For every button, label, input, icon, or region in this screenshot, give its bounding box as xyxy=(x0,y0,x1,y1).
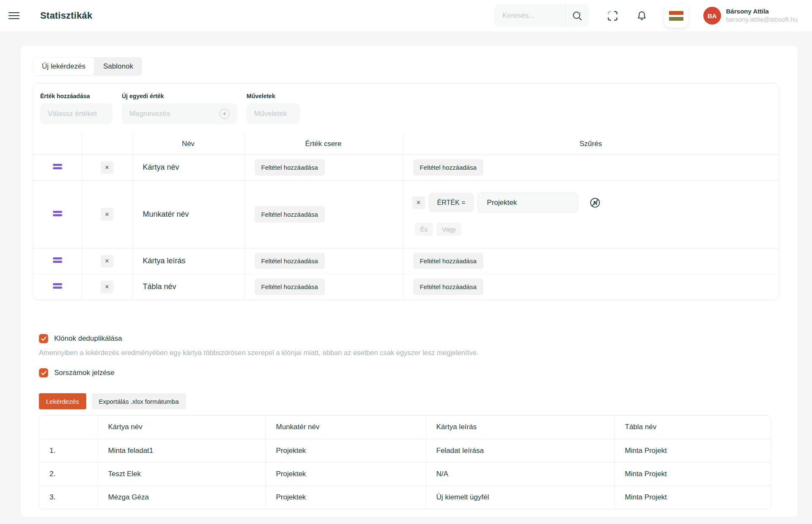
drag-handle-icon[interactable] xyxy=(53,256,62,264)
result-number: 1. xyxy=(39,439,98,462)
query-row-munkater-nev: ✕ Munkatér név Feltétel hozzáadása ✕ ÉRT… xyxy=(33,180,779,248)
results-header-card-name: Kártya név xyxy=(98,416,266,439)
results-header-workspace: Munkatér név xyxy=(266,416,426,439)
results-row: 2. Teszt Elek Projektek N/A Minta Projek… xyxy=(39,462,771,485)
query-row-tabla-nev: ✕ Tábla név Feltétel hozzáadása Feltétel… xyxy=(33,274,779,300)
col-header-name: Név xyxy=(132,133,244,154)
query-tabs: Új lekérdezés Sablonok xyxy=(33,57,142,76)
drag-handle-icon[interactable] xyxy=(53,282,62,290)
results-header-description: Kártya leírás xyxy=(426,416,614,439)
add-condition-button[interactable]: Feltétel hozzáadása xyxy=(255,279,325,295)
add-filter-button[interactable]: Feltétel hozzáadása xyxy=(413,159,483,176)
value-select-placeholder: Válassz értéket xyxy=(48,110,97,118)
run-query-button[interactable]: Lekérdezés xyxy=(39,393,86,409)
result-number: 2. xyxy=(39,462,98,485)
remove-row-button[interactable]: ✕ xyxy=(101,208,113,221)
add-value-label: Érték hozzáadása xyxy=(40,93,112,99)
add-value-group: Érték hozzáadása Válassz értéket xyxy=(40,93,112,124)
svg-text:N: N xyxy=(593,199,597,206)
statistics-card: Új lekérdezés Sablonok Érték hozzáadása … xyxy=(21,46,798,517)
result-description: N/A xyxy=(426,462,614,485)
language-flag-hungary[interactable] xyxy=(664,4,688,28)
result-description: Új kiemelt ügyfél xyxy=(426,485,614,509)
add-condition-button[interactable]: Feltétel hozzáadása xyxy=(255,253,325,269)
query-builder-panel: Érték hozzáadása Válassz értéket Új egye… xyxy=(33,83,779,300)
user-menu[interactable]: BA Bársony Attila barsony.attila@atosoft… xyxy=(703,7,798,25)
results-row: 1. Minta feladat1 Projektek Feladat leír… xyxy=(39,439,771,462)
result-workspace: Projektek xyxy=(266,462,426,485)
dedupe-checkbox[interactable] xyxy=(39,334,48,343)
operations-label: Műveletek xyxy=(247,93,300,99)
filter-operator-select[interactable]: ÉRTÉK = xyxy=(428,193,475,212)
remove-row-button[interactable]: ✕ xyxy=(101,161,113,174)
search-input[interactable]: Keresés... xyxy=(494,4,589,27)
user-email: barsony.attila@atosoft.hu xyxy=(726,16,798,24)
remove-filter-button[interactable]: ✕ xyxy=(412,196,425,209)
flag-red-stripe xyxy=(669,11,683,15)
row-name: Kártya név xyxy=(132,154,244,180)
results-header-table: Tábla név xyxy=(614,416,771,439)
new-unique-value-input[interactable]: Megnevezés + xyxy=(122,103,237,124)
result-card-name: Teszt Elek xyxy=(98,462,266,485)
query-columns-table: Név Érték csere Szűrés ✕ Kártya név Felt… xyxy=(33,133,779,300)
or-button[interactable]: Vagy xyxy=(436,223,461,236)
user-name: Bársony Attila xyxy=(726,8,798,16)
hamburger-menu-icon[interactable] xyxy=(8,10,19,21)
results-table-wrap: Kártya név Munkatér név Kártya leírás Tá… xyxy=(39,415,771,509)
result-number: 3. xyxy=(39,485,98,509)
value-select[interactable]: Válassz értéket xyxy=(40,103,112,124)
avatar[interactable]: BA xyxy=(703,7,721,25)
operations-select[interactable]: Műveletek xyxy=(247,103,300,124)
check-icon xyxy=(41,336,47,341)
results-header-number xyxy=(39,416,98,439)
result-workspace: Projektek xyxy=(266,485,426,509)
result-table: Minta Projekt xyxy=(614,439,771,462)
numbering-checkbox[interactable] xyxy=(39,368,48,378)
add-plus-icon[interactable]: + xyxy=(219,109,230,119)
row-name: Munkatér név xyxy=(132,180,244,248)
notifications-bell-icon[interactable] xyxy=(636,10,647,22)
operations-group: Műveletek Műveletek xyxy=(247,93,300,124)
tab-new-query[interactable]: Új lekérdezés xyxy=(33,57,94,76)
results-row: 3. Mézga Géza Projektek Új kiemelt ügyfé… xyxy=(39,485,771,509)
query-row-kartya-nev: ✕ Kártya név Feltétel hozzáadása Feltéte… xyxy=(33,154,779,180)
drag-handle-icon[interactable] xyxy=(53,163,62,171)
and-button[interactable]: És xyxy=(415,223,433,236)
remove-row-button[interactable]: ✕ xyxy=(101,281,113,293)
fullscreen-icon[interactable] xyxy=(607,10,618,22)
drag-handle-icon[interactable] xyxy=(53,210,62,218)
result-description: Feladat leírása xyxy=(426,439,614,462)
export-xlsx-button[interactable]: Exportálás .xlsx formátumba xyxy=(92,393,186,409)
page-title: Statisztikák xyxy=(40,10,92,21)
add-filter-button[interactable]: Feltétel hozzáadása xyxy=(413,253,483,269)
new-unique-value-label: Új egyedi érték xyxy=(122,93,237,99)
add-condition-button[interactable]: Feltétel hozzáadása xyxy=(255,206,325,223)
search-placeholder: Keresés... xyxy=(494,11,565,20)
check-icon xyxy=(41,371,47,375)
new-unique-value-group: Új egyedi érték Megnevezés + xyxy=(122,93,237,124)
operations-select-placeholder: Műveletek xyxy=(254,110,287,118)
col-header-value-swap: Érték csere xyxy=(244,133,403,154)
search-icon[interactable] xyxy=(565,4,589,27)
numbering-label: Sorszámok jelzése xyxy=(54,369,115,377)
flag-white-stripe xyxy=(669,15,683,17)
app-header: Statisztikák Keresés... xyxy=(0,0,812,31)
col-header-drag xyxy=(33,133,82,154)
result-table: Minta Projekt xyxy=(614,462,771,485)
remove-row-button[interactable]: ✕ xyxy=(101,255,113,268)
dedupe-label: Klónok deduplikálása xyxy=(54,334,122,343)
tab-templates[interactable]: Sablonok xyxy=(94,57,142,76)
negate-filter-icon[interactable]: N xyxy=(589,197,601,209)
add-filter-button[interactable]: Feltétel hozzáadása xyxy=(413,279,483,295)
active-filter: ✕ ÉRTÉK = Projektek N xyxy=(403,193,779,236)
row-name: Kártya leírás xyxy=(132,248,244,274)
dedupe-checkbox-row[interactable]: Klónok deduplikálása xyxy=(39,334,779,343)
add-condition-button[interactable]: Feltétel hozzáadása xyxy=(255,159,325,176)
query-row-kartya-leiras: ✕ Kártya leírás Feltétel hozzáadása Felt… xyxy=(33,248,779,274)
actions-row: Lekérdezés Exportálás .xlsx formátumba xyxy=(39,393,779,409)
numbering-checkbox-row[interactable]: Sorszámok jelzése xyxy=(39,368,779,378)
result-card-name: Mézga Géza xyxy=(98,485,266,509)
filter-value-input[interactable]: Projektek xyxy=(477,193,578,212)
col-header-remove xyxy=(82,133,132,154)
row-name: Tábla név xyxy=(132,274,244,300)
